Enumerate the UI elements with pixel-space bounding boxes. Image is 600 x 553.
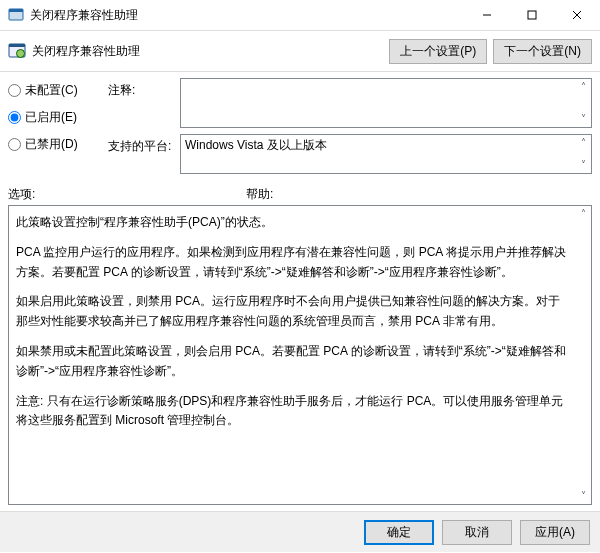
cancel-button[interactable]: 取消	[442, 520, 512, 545]
scroll-down-icon[interactable]: ˅	[576, 158, 590, 172]
comment-box[interactable]: ˄ ˅	[180, 78, 592, 128]
scroll-down-icon[interactable]: ˅	[576, 489, 590, 503]
policy-icon	[8, 42, 26, 60]
platform-label: 支持的平台:	[108, 134, 174, 155]
footer: 确定 取消 应用(A)	[0, 511, 600, 552]
comment-scrollbar[interactable]: ˄ ˅	[576, 80, 590, 126]
app-icon	[8, 7, 24, 23]
radio-enabled-label: 已启用(E)	[25, 109, 77, 126]
platform-box: Windows Vista 及以上版本 ˄ ˅	[180, 134, 592, 174]
header-title: 关闭程序兼容性助理	[32, 43, 383, 60]
minimize-button[interactable]	[464, 0, 509, 30]
maximize-button[interactable]	[509, 0, 554, 30]
svg-rect-1	[9, 9, 23, 12]
svg-line-4	[573, 11, 581, 19]
options-label: 选项:	[8, 186, 246, 203]
radio-enabled[interactable]: 已启用(E)	[8, 109, 100, 126]
header-row: 关闭程序兼容性助理 上一个设置(P) 下一个设置(N)	[0, 31, 600, 72]
help-p1: 此策略设置控制“程序兼容性助手(PCA)”的状态。	[16, 213, 569, 233]
radio-disabled[interactable]: 已禁用(D)	[8, 136, 100, 153]
radio-enabled-input[interactable]	[8, 111, 21, 124]
help-p4: 如果禁用或未配置此策略设置，则会启用 PCA。若要配置 PCA 的诊断设置，请转…	[16, 342, 569, 382]
mid-labels: 选项: 帮助:	[0, 182, 600, 205]
radio-disabled-input[interactable]	[8, 138, 21, 151]
help-p3: 如果启用此策略设置，则禁用 PCA。运行应用程序时不会向用户提供已知兼容性问题的…	[16, 292, 569, 332]
close-button[interactable]	[554, 0, 600, 30]
radio-disabled-label: 已禁用(D)	[25, 136, 78, 153]
scroll-down-icon[interactable]: ˅	[576, 112, 590, 126]
apply-button[interactable]: 应用(A)	[520, 520, 590, 545]
help-content: 此策略设置控制“程序兼容性助手(PCA)”的状态。 PCA 监控用户运行的应用程…	[10, 207, 575, 503]
svg-line-5	[573, 11, 581, 19]
scroll-up-icon[interactable]: ˄	[576, 80, 590, 94]
scroll-up-icon[interactable]: ˄	[576, 207, 590, 221]
platform-scrollbar[interactable]: ˄ ˅	[576, 136, 590, 172]
svg-rect-7	[9, 44, 25, 47]
ok-button[interactable]: 确定	[364, 520, 434, 545]
state-radio-group: 未配置(C) 已启用(E) 已禁用(D)	[8, 78, 100, 180]
platform-value: Windows Vista 及以上版本	[181, 135, 591, 155]
svg-point-8	[17, 50, 25, 58]
prev-setting-button[interactable]: 上一个设置(P)	[389, 39, 487, 64]
next-setting-button[interactable]: 下一个设置(N)	[493, 39, 592, 64]
comment-label: 注释:	[108, 78, 174, 99]
help-p5: 注意: 只有在运行诊断策略服务(DPS)和程序兼容性助手服务后，才能运行 PCA…	[16, 392, 569, 432]
radio-not-configured[interactable]: 未配置(C)	[8, 82, 100, 99]
svg-rect-3	[528, 11, 536, 19]
help-box: 此策略设置控制“程序兼容性助手(PCA)”的状态。 PCA 监控用户运行的应用程…	[8, 205, 592, 505]
help-p2: PCA 监控用户运行的应用程序。如果检测到应用程序有潜在兼容性问题，则 PCA …	[16, 243, 569, 283]
titlebar: 关闭程序兼容性助理	[0, 0, 600, 31]
radio-not-configured-label: 未配置(C)	[25, 82, 78, 99]
body: 未配置(C) 已启用(E) 已禁用(D) 注释: ˄ ˅ 支持的平台: Win	[0, 72, 600, 182]
window-title: 关闭程序兼容性助理	[30, 7, 464, 24]
scroll-up-icon[interactable]: ˄	[576, 136, 590, 150]
comment-value	[181, 79, 591, 85]
right-column: 注释: ˄ ˅ 支持的平台: Windows Vista 及以上版本 ˄ ˅	[108, 78, 592, 180]
radio-not-configured-input[interactable]	[8, 84, 21, 97]
help-label: 帮助:	[246, 186, 273, 203]
help-scrollbar[interactable]: ˄ ˅	[576, 207, 590, 503]
